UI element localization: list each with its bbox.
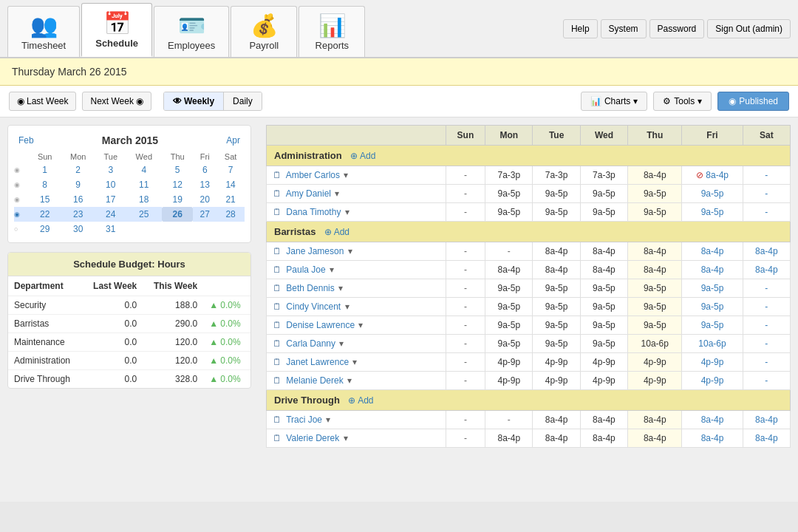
melanie-derek-link[interactable]: Melanie Derek: [286, 375, 343, 386]
cindy-vincent-link[interactable]: Cindy Vincent: [286, 301, 341, 312]
janet-lawrence-dropdown[interactable]: ▾: [352, 357, 357, 367]
add-barristas-link[interactable]: ⊕ Add: [324, 227, 349, 237]
employee-icon: 🗒: [273, 375, 282, 386]
employee-icon: 🗒: [273, 188, 282, 199]
cindy-vincent-dropdown[interactable]: ▾: [345, 301, 349, 312]
nav-tab-payroll[interactable]: 💰 Payroll: [231, 6, 297, 57]
janet-lawrence-link[interactable]: Janet Lawrence: [286, 357, 349, 367]
toolbar: ◉ Last Week Next Week ◉ 👁 Weekly Daily 📊…: [0, 86, 798, 117]
date-banner: Thursday March 26 2015: [0, 58, 798, 86]
employee-icon: 🗒: [273, 357, 282, 367]
amy-daniel-dropdown[interactable]: ▾: [335, 188, 339, 199]
nav-tab-schedule[interactable]: 📅 Schedule: [81, 3, 152, 57]
view-toggle: 👁 Weekly Daily: [163, 92, 262, 111]
schedule-icon: 📅: [103, 10, 131, 36]
row-dana-timothy: 🗒 Dana Timothy ▾ - 9a-5p 9a-5p 9a-5p 9a-…: [267, 203, 791, 222]
reports-label: Reports: [316, 40, 349, 51]
next-week-button[interactable]: Next Week ◉: [82, 92, 151, 111]
calendar-week-4-selected[interactable]: ◉ 22 23 24 25 26 27 28: [14, 207, 245, 222]
next-month-link[interactable]: Apr: [226, 135, 240, 146]
section-drive-through: Drive Through ⊕ Add: [267, 390, 791, 411]
password-button[interactable]: Password: [649, 19, 705, 38]
row-paula-joe: 🗒 Paula Joe ▾ - 8a-4p 8a-4p 8a-4p 8a-4p …: [267, 261, 791, 279]
traci-joe-link[interactable]: Traci Joe: [286, 415, 322, 425]
budget-box: Schedule Budget: Hours Department Last W…: [7, 252, 251, 389]
schedule-area: Sun Mon Tue Wed Thu Fri Sat Administrati…: [259, 117, 798, 502]
denise-lawrence-link[interactable]: Denise Lawrence: [286, 320, 355, 330]
calendar-month-title: March 2015: [102, 134, 158, 146]
employee-icon: 🗒: [273, 301, 282, 312]
system-button[interactable]: System: [601, 19, 647, 38]
row-traci-joe: 🗒 Traci Joe ▾ - - 8a-4p 8a-4p 8a-4p 8a-4…: [267, 411, 791, 429]
budget-row-administration: Administration 0.0 120.0 ▲ 0.0%: [8, 352, 250, 370]
last-week-icon: ◉: [17, 96, 24, 106]
tools-button[interactable]: ⚙ Tools ▾: [653, 92, 712, 111]
melanie-derek-dropdown[interactable]: ▾: [347, 375, 352, 386]
paula-joe-link[interactable]: Paula Joe: [286, 265, 325, 275]
top-nav: 👥 Timesheet 📅 Schedule 🪪 Employees 💰 Pay…: [0, 0, 798, 58]
jane-jameson-link[interactable]: Jane Jameson: [286, 246, 344, 256]
row-carla-danny: 🗒 Carla Danny ▾ - 9a-5p 9a-5p 9a-5p 10a-…: [267, 335, 791, 353]
section-administration: Administration ⊕ Add: [267, 146, 791, 166]
row-janet-lawrence: 🗒 Janet Lawrence ▾ - 4p-9p 4p-9p 4p-9p 4…: [267, 353, 791, 372]
dana-timothy-link[interactable]: Dana Timothy: [286, 207, 341, 217]
dana-timothy-dropdown[interactable]: ▾: [345, 207, 349, 217]
published-button[interactable]: ◉ Published: [717, 92, 789, 111]
section-barristas: Barristas ⊕ Add: [267, 222, 791, 242]
calendar-week-2: ◉ 8 9 10 11 12 13 14: [14, 177, 245, 192]
weekly-button[interactable]: 👁 Weekly: [164, 92, 224, 110]
payroll-icon: 💰: [250, 13, 278, 38]
calendar-week-1: ◉ 1 2 3 4 5 6 7: [14, 163, 245, 177]
daily-button[interactable]: Daily: [224, 92, 262, 110]
beth-dennis-link[interactable]: Beth Dennis: [286, 283, 334, 293]
employee-icon: 🗒: [273, 415, 282, 425]
employee-icon: 🗒: [273, 338, 282, 349]
row-amy-daniel: 🗒 Amy Daniel ▾ - 9a-5p 9a-5p 9a-5p 9a-5p…: [267, 185, 791, 203]
add-drivethrough-link[interactable]: ⊕ Add: [348, 395, 373, 406]
employees-label: Employees: [168, 40, 215, 51]
top-right-buttons: Help System Password Sign Out (admin): [563, 0, 791, 57]
carla-danny-dropdown[interactable]: ▾: [339, 338, 344, 349]
valerie-derek-dropdown[interactable]: ▾: [344, 433, 348, 443]
row-cindy-vincent: 🗒 Cindy Vincent ▾ - 9a-5p 9a-5p 9a-5p 9a…: [267, 298, 791, 316]
calendar-week-3: ◉ 15 16 17 18 19 20 21: [14, 192, 245, 207]
charts-icon: 📊: [590, 96, 601, 106]
amy-daniel-link[interactable]: Amy Daniel: [286, 188, 331, 199]
prev-month-link[interactable]: Feb: [18, 135, 34, 146]
charts-button[interactable]: 📊 Charts ▾: [581, 92, 647, 111]
amber-carlos-dropdown[interactable]: ▾: [344, 170, 348, 180]
help-button[interactable]: Help: [563, 19, 598, 38]
signout-button[interactable]: Sign Out (admin): [707, 19, 791, 38]
nav-tab-employees[interactable]: 🪪 Employees: [154, 6, 229, 57]
row-amber-carlos: 🗒 Amber Carlos ▾ - 7a-3p 7a-3p 7a-3p 8a-…: [267, 166, 791, 185]
tools-dropdown-icon: ▾: [698, 96, 702, 106]
budget-row-drivethrough: Drive Through 0.0 328.0 ▲ 0.0%: [8, 370, 250, 389]
row-beth-dennis: 🗒 Beth Dennis ▾ - 9a-5p 9a-5p 9a-5p 9a-5…: [267, 279, 791, 298]
employee-icon: 🗒: [273, 433, 282, 443]
traci-joe-dropdown[interactable]: ▾: [326, 415, 330, 425]
budget-table: Department Last Week This Week Security …: [8, 276, 250, 388]
add-administration-link[interactable]: ⊕ Add: [350, 151, 375, 161]
last-week-button[interactable]: ◉ Last Week: [9, 92, 76, 111]
beth-dennis-dropdown[interactable]: ▾: [338, 283, 343, 293]
row-melanie-derek: 🗒 Melanie Derek ▾ - 4p-9p 4p-9p 4p-9p 4p…: [267, 372, 791, 390]
paula-joe-dropdown[interactable]: ▾: [330, 265, 334, 275]
employee-icon: 🗒: [273, 265, 282, 275]
published-icon: ◉: [729, 96, 736, 106]
calendar-grid: Sun Mon Tue Wed Thu Fri Sat ◉ 1 2 3: [14, 151, 245, 236]
reports-icon: 📊: [318, 13, 346, 38]
budget-row-barristas: Barristas 0.0 290.0 ▲ 0.0%: [8, 315, 250, 333]
jane-jameson-dropdown[interactable]: ▾: [348, 246, 352, 256]
denise-lawrence-dropdown[interactable]: ▾: [358, 320, 363, 330]
nav-tab-timesheet[interactable]: 👥 Timesheet: [7, 6, 80, 57]
employee-icon: 🗒: [273, 320, 282, 330]
timesheet-icon: 👥: [30, 13, 58, 38]
budget-row-security: Security 0.0 188.0 ▲ 0.0%: [8, 296, 250, 315]
valerie-derek-link[interactable]: Valerie Derek: [286, 433, 339, 443]
employee-icon: 🗒: [273, 207, 282, 217]
amber-carlos-link[interactable]: Amber Carlos: [286, 170, 340, 180]
row-jane-jameson: 🗒 Jane Jameson ▾ - - 8a-4p 8a-4p 8a-4p 8…: [267, 242, 791, 261]
charts-dropdown-icon: ▾: [633, 96, 638, 106]
nav-tab-reports[interactable]: 📊 Reports: [299, 6, 365, 57]
carla-danny-link[interactable]: Carla Danny: [286, 338, 335, 349]
